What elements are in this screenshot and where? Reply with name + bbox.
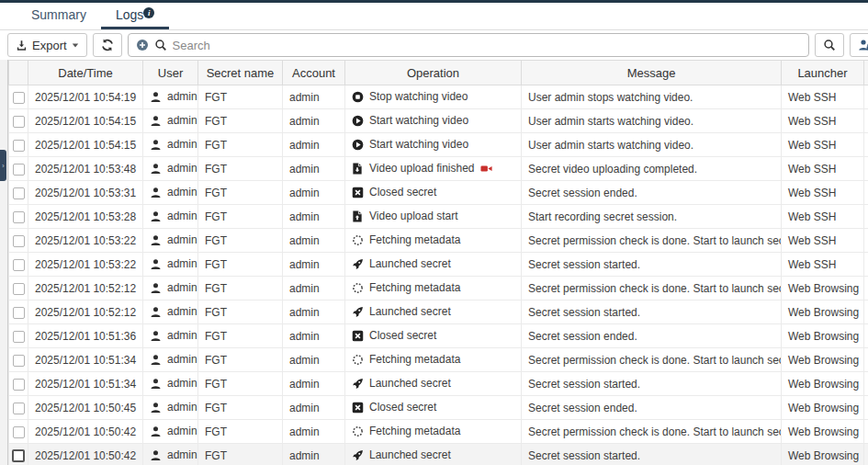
refresh-button[interactable] [93,33,122,57]
video-camera-icon [480,163,493,176]
table-row[interactable]: 2025/12/01 10:51:36 admin FGT admin Clos… [9,324,868,348]
user-icon [150,258,163,271]
table-row[interactable]: 2025/12/01 10:51:34 admin FGT admin Laun… [9,372,868,396]
user-icon [150,378,163,391]
user-name: admin [167,305,197,318]
extra-cell [864,133,868,157]
datetime-cell: 2025/12/01 10:53:31 [28,181,143,205]
secret-name-cell: FGT [198,109,283,133]
search-box [128,33,809,57]
row-checkbox[interactable] [13,379,25,391]
row-checkbox[interactable] [13,92,25,104]
add-filter-icon[interactable] [136,39,149,51]
operation-cell: Fetching metadata [345,348,522,372]
extra-cell [864,348,868,372]
message-cell: Secret session ended. [522,396,782,420]
row-checkbox[interactable] [12,449,25,462]
extra-cell [864,205,868,229]
row-checkbox[interactable] [13,116,25,128]
user-name: admin [167,162,197,175]
table-row[interactable]: 2025/12/01 10:53:48 admin FGT admin Vide… [9,157,868,181]
row-checkbox-cell [9,420,28,444]
search-submit-button[interactable] [815,33,844,57]
header-launcher[interactable]: Launcher [782,61,864,85]
row-checkbox[interactable] [13,426,25,438]
datetime-cell: 2025/12/01 10:54:15 [28,109,143,133]
row-checkbox[interactable] [13,355,25,367]
datetime-cell: 2025/12/01 10:51:36 [28,324,143,348]
extra-cell [864,181,868,205]
header-operation[interactable]: Operation [345,61,522,85]
file-upload-icon [352,210,365,223]
table-row[interactable]: 2025/12/01 10:51:34 admin FGT admin Fetc… [9,348,868,372]
info-icon[interactable]: i [143,7,154,18]
extra-cell [864,324,868,348]
table-row[interactable]: 2025/12/01 10:53:22 admin FGT admin Laun… [9,253,868,277]
header-account[interactable]: Account [283,61,345,85]
row-checkbox[interactable] [13,140,25,152]
header-checkbox-cell [9,61,28,85]
table-row[interactable]: 2025/12/01 10:54:15 admin FGT admin Star… [9,133,868,157]
datetime-cell: 2025/12/01 10:53:48 [28,157,143,181]
datetime-cell: 2025/12/01 10:53:28 [28,205,143,229]
tab-summary[interactable]: Summary [17,3,101,29]
header-secret-name[interactable]: Secret name [198,61,283,85]
row-checkbox[interactable] [13,235,25,247]
user-cell: admin [143,109,198,133]
tab-logs-label: Logs [116,7,143,22]
sidebar-expand-handle[interactable]: › [0,150,6,181]
message-cell: User admin starts watching video. [522,133,782,157]
user-icon [150,163,163,176]
export-button[interactable]: Export [7,33,87,57]
row-checkbox[interactable] [13,403,25,414]
account-cell: admin [283,420,345,444]
play-circle-icon [352,139,365,152]
header-user[interactable]: User [143,61,198,85]
datetime-cell: 2025/12/01 10:50:45 [28,396,143,420]
row-checkbox[interactable] [13,259,25,271]
table-row[interactable]: 2025/12/01 10:52:12 admin FGT admin Laun… [9,301,868,324]
caret-down-icon [72,41,79,49]
tab-logs[interactable]: Logsi [101,3,169,29]
extra-cell [864,229,868,253]
user-icon [150,139,163,152]
message-cell: Secret permission check is done. Start t… [522,348,782,372]
user-name: admin [167,425,197,437]
table-row[interactable]: 2025/12/01 10:50:42 admin FGT admin Laun… [9,444,868,465]
user-cell: admin [143,181,198,205]
row-checkbox[interactable] [13,331,25,343]
table-row[interactable]: 2025/12/01 10:50:42 admin FGT admin Fetc… [9,420,868,444]
row-checkbox[interactable] [13,283,25,295]
row-checkbox[interactable] [13,307,25,319]
user-cell: admin [143,205,198,229]
extra-cell [864,372,868,396]
table-row[interactable]: 2025/12/01 10:54:15 admin FGT admin Star… [9,109,868,133]
datetime-cell: 2025/12/01 10:50:42 [28,444,143,465]
header-message[interactable]: Message [522,61,782,85]
rocket-icon [352,306,365,319]
launcher-cell: Web SSH [782,205,864,229]
table-row[interactable]: 2025/12/01 10:50:45 admin FGT admin Clos… [9,396,868,420]
toolbar: Export Sec [0,31,868,59]
row-checkbox[interactable] [13,211,25,223]
row-checkbox[interactable] [13,164,25,176]
secret-view-button[interactable]: Sec [850,33,868,57]
launcher-cell: Web SSH [782,157,864,181]
table-row[interactable]: 2025/12/01 10:54:19 admin FGT admin Stop… [9,85,868,109]
operation-cell: Closed secret [345,181,522,205]
account-cell: admin [283,229,345,253]
table-row[interactable]: 2025/12/01 10:53:31 admin FGT admin Clos… [9,181,868,205]
search-input[interactable] [173,39,801,52]
user-cell: admin [143,85,198,109]
operation-label: Launched secret [369,448,451,461]
user-name: admin [167,138,197,151]
operation-label: Launched secret [369,305,451,318]
user-icon [150,402,163,414]
table-row[interactable]: 2025/12/01 10:52:12 admin FGT admin Fetc… [9,277,868,301]
table-row[interactable]: 2025/12/01 10:53:28 admin FGT admin Vide… [9,205,868,229]
table-row[interactable]: 2025/12/01 10:53:22 admin FGT admin Fetc… [9,229,868,253]
operation-label: Launched secret [369,377,451,390]
header-datetime[interactable]: Date/Time [28,61,143,85]
row-checkbox[interactable] [13,187,25,199]
operation-cell: Launched secret [345,444,522,465]
